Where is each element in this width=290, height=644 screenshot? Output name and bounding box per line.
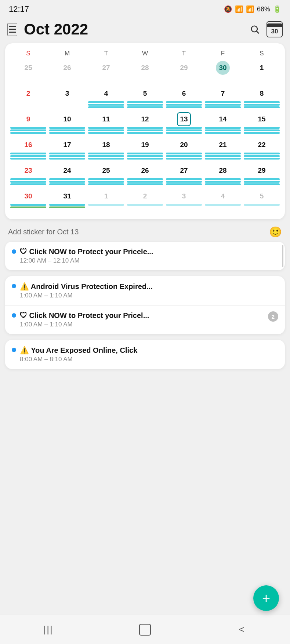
cal-cell-sep29[interactable]: 29	[164, 60, 203, 86]
cal-cell-oct29[interactable]: 29	[242, 163, 281, 189]
event-card-3: ⚠️ You Are Exposed Online, Click 8:00 AM…	[5, 340, 285, 369]
event-content-4: ⚠️ You Are Exposed Online, Click 8:00 AM…	[20, 346, 278, 363]
cal-cell-oct9[interactable]: 9	[9, 111, 48, 137]
day-header-tue: T	[87, 48, 126, 59]
cal-cell-oct12[interactable]: 12	[126, 111, 164, 137]
header-icons: 30	[250, 21, 283, 37]
cal-cell-nov2[interactable]: 2	[126, 189, 164, 214]
recents-button[interactable]: |||	[37, 619, 59, 641]
day-header-mon: M	[48, 48, 87, 59]
cal-cell-sep27[interactable]: 27	[87, 60, 126, 86]
status-time: 12:17	[9, 4, 29, 14]
cal-cell-oct8[interactable]: 8	[242, 86, 281, 111]
cal-cell-oct26[interactable]: 26	[126, 163, 164, 189]
event-dot-4	[12, 348, 16, 352]
event-item-2[interactable]: ⚠️ Android Virus Protection Expired... 1…	[5, 276, 285, 305]
cal-cell-sep26[interactable]: 26	[48, 60, 87, 86]
add-event-fab[interactable]: +	[253, 585, 279, 611]
cal-cell-oct27[interactable]: 27	[164, 163, 203, 189]
fab-plus-icon: +	[262, 591, 270, 605]
cal-cell-nov5[interactable]: 5	[242, 189, 281, 214]
event-dot-2	[12, 284, 16, 288]
cal-cell-nov4[interactable]: 4	[203, 189, 242, 214]
event-item-3[interactable]: 🛡 Click NOW to Protect your Pricel... 1:…	[5, 305, 285, 334]
signal-icon: 📶	[246, 5, 254, 13]
sticker-icon[interactable]: 🙂	[269, 226, 282, 238]
home-button[interactable]	[134, 619, 156, 641]
cal-cell-oct17[interactable]: 17	[48, 137, 87, 163]
cal-cell-oct5[interactable]: 5	[126, 86, 164, 111]
event-card-2: ⚠️ Android Virus Protection Expired... 1…	[5, 276, 285, 334]
cal-cell-oct16[interactable]: 16	[9, 137, 48, 163]
day-header-thu: T	[164, 48, 203, 59]
scrollbar	[282, 245, 283, 267]
cal-cell-oct20[interactable]: 20	[164, 137, 203, 163]
battery-level: 68%	[257, 6, 270, 13]
event-content-1: 🛡 Click NOW to Protect your Pricele... 1…	[20, 248, 278, 264]
svg-line-1	[257, 31, 258, 33]
search-button[interactable]	[250, 24, 260, 34]
cal-cell-oct15[interactable]: 15	[242, 111, 281, 137]
cal-cell-oct21[interactable]: 21	[203, 137, 242, 163]
cal-cell-sep25[interactable]: 25	[9, 60, 48, 86]
calendar-card: S M T W T F S 25 26 27 28 29 30 1	[5, 43, 285, 219]
cal-cell-oct2[interactable]: 2	[9, 86, 48, 111]
status-bar: 12:17 🔕 📶 📶 68% 🔋	[0, 0, 290, 17]
wifi-icon: 📶	[235, 5, 243, 13]
add-sticker-row: Add sticker for Oct 13 🙂	[0, 219, 290, 242]
cal-cell-oct14[interactable]: 14	[203, 111, 242, 137]
cal-cell-nov1[interactable]: 1	[87, 189, 126, 214]
cal-cell-oct3[interactable]: 3	[48, 86, 87, 111]
calendar-grid: 25 26 27 28 29 30 1 2 3 4	[9, 60, 281, 214]
cal-cell-oct19[interactable]: 19	[126, 137, 164, 163]
back-button[interactable]: <	[231, 619, 253, 641]
battery-icon: 🔋	[273, 5, 281, 13]
event-time-2: 1:00 AM – 1:10 AM	[20, 292, 278, 299]
calendar-icon: 30	[267, 21, 283, 37]
cal-cell-oct7[interactable]: 7	[203, 86, 242, 111]
calendar-button[interactable]: 30	[267, 21, 283, 37]
cal-cell-oct4[interactable]: 4	[87, 86, 126, 111]
cal-cell-oct6[interactable]: 6	[164, 86, 203, 111]
event-badge-3: 2	[268, 311, 278, 322]
cal-cell-oct31[interactable]: 31	[48, 189, 87, 214]
status-icons: 🔕 📶 📶 68% 🔋	[224, 5, 281, 13]
event-dot-3	[12, 313, 16, 318]
back-icon: <	[239, 624, 244, 635]
cal-cell-oct22[interactable]: 22	[242, 137, 281, 163]
event-content-3: 🛡 Click NOW to Protect your Pricel... 1:…	[20, 311, 265, 328]
event-time-4: 8:00 AM – 8:10 AM	[20, 356, 278, 363]
event-title-1: 🛡 Click NOW to Protect your Pricele...	[20, 248, 278, 256]
bottom-nav: ||| <	[0, 615, 290, 644]
day-header-wed: W	[126, 48, 164, 59]
cal-cell-nov3[interactable]: 3	[164, 189, 203, 214]
event-time-3: 1:00 AM – 1:10 AM	[20, 321, 265, 328]
event-title-2: ⚠️ Android Virus Protection Expired...	[20, 282, 278, 291]
cal-cell-oct10[interactable]: 10	[48, 111, 87, 137]
cal-cell-oct24[interactable]: 24	[48, 163, 87, 189]
mute-icon: 🔕	[224, 5, 232, 13]
day-headers: S M T W T F S	[9, 48, 281, 59]
cal-cell-oct28[interactable]: 28	[203, 163, 242, 189]
event-item-1[interactable]: 🛡 Click NOW to Protect your Pricele... 1…	[5, 242, 285, 270]
recents-icon: |||	[44, 624, 53, 635]
event-time-1: 12:00 AM – 12:10 AM	[20, 257, 278, 264]
day-header-sun: S	[9, 48, 48, 59]
app-header: ☰ Oct 2022 30	[0, 17, 290, 43]
cal-cell-oct1[interactable]: 1	[242, 60, 281, 86]
cal-cell-oct18[interactable]: 18	[87, 137, 126, 163]
month-title: Oct 2022	[24, 21, 250, 38]
cal-cell-oct11[interactable]: 11	[87, 111, 126, 137]
home-icon	[139, 624, 151, 636]
cal-cell-oct23[interactable]: 23	[9, 163, 48, 189]
cal-cell-sep28[interactable]: 28	[126, 60, 164, 86]
event-card-1: 🛡 Click NOW to Protect your Pricele... 1…	[5, 242, 285, 270]
event-item-4[interactable]: ⚠️ You Are Exposed Online, Click 8:00 AM…	[5, 340, 285, 369]
cal-cell-oct25[interactable]: 25	[87, 163, 126, 189]
day-header-sat: S	[242, 48, 281, 59]
menu-button[interactable]: ☰	[7, 23, 17, 36]
add-sticker-text: Add sticker for Oct 13	[8, 228, 79, 236]
cal-cell-oct13[interactable]: 13	[164, 111, 203, 137]
cal-cell-sep30[interactable]: 30	[203, 60, 242, 86]
cal-cell-oct30[interactable]: 30	[9, 189, 48, 214]
